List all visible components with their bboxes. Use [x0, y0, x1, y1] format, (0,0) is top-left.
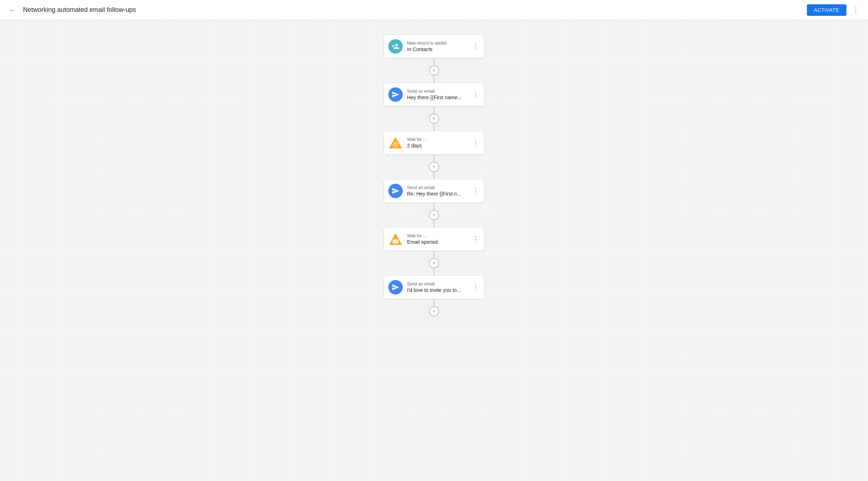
send-email-2-label: Send an email: [407, 185, 466, 190]
wait-email-node: Wait for ... Email opened ⋮: [384, 227, 484, 251]
send-email-1-label: Send an email: [407, 89, 466, 94]
connector-line-4b: [434, 220, 434, 227]
trigger-label: New record is added: [407, 41, 466, 46]
send-email-2-title: Re: Hey there {{First n...: [407, 191, 466, 197]
connector-2: +: [429, 106, 439, 131]
add-step-button-5[interactable]: +: [429, 258, 439, 268]
wait-email-icon: [388, 232, 403, 246]
connector-line-2: [434, 106, 434, 114]
wait-clock-icon: [388, 136, 403, 150]
page-title: Networking automated email follow-ups: [23, 6, 136, 14]
connector-line-4: [434, 203, 434, 210]
wait-days-title: 2 days: [407, 143, 466, 148]
wait-days-label: Wait for ...: [407, 137, 466, 142]
add-step-button-3[interactable]: +: [429, 162, 439, 172]
wait-email-more-button[interactable]: ⋮: [470, 234, 481, 244]
add-step-button-6[interactable]: +: [429, 306, 439, 316]
wait-email-title: Email opened: [407, 239, 466, 245]
person-add-icon: [388, 39, 403, 54]
send-email-1-text: Send an email Hey there {{First name...: [407, 89, 466, 100]
send-email-3-node: Send an email I'd love to invite you to.…: [384, 275, 484, 299]
send-email-2-more-button[interactable]: ⋮: [470, 186, 481, 196]
send-email-3-title: I'd love to invite you to...: [407, 287, 466, 293]
connector-line-5: [434, 251, 434, 258]
wait-email-text: Wait for ... Email opened: [407, 233, 466, 245]
send-email-2-node: Send an email Re: Hey there {{First n...…: [384, 179, 484, 203]
connector-line-1: [434, 58, 434, 65]
connector-line-6: [434, 299, 434, 306]
connector-4: +: [429, 203, 439, 227]
add-step-button-1[interactable]: +: [429, 65, 439, 75]
send-email-3-text: Send an email I'd love to invite you to.…: [407, 281, 466, 293]
connector-1: +: [429, 58, 439, 83]
header-more-button[interactable]: ⋮: [849, 3, 862, 17]
header-right: ACTIVATE ⋮: [807, 3, 862, 17]
back-button[interactable]: ←: [6, 4, 19, 17]
workflow-canvas: New record is added In Contacts ⋮ + Send…: [0, 20, 868, 481]
send-email-3-label: Send an email: [407, 281, 466, 287]
send-email-3-more-button[interactable]: ⋮: [470, 283, 481, 292]
wait-days-text: Wait for ... 2 days: [407, 137, 466, 148]
flow-container: New record is added In Contacts ⋮ + Send…: [0, 20, 868, 345]
wait-days-node: Wait for ... 2 days ⋮: [384, 131, 484, 155]
send-email-2-text: Send an email Re: Hey there {{First n...: [407, 185, 466, 197]
connector-line-2b: [434, 124, 434, 131]
app-header: ← Networking automated email follow-ups …: [0, 0, 868, 20]
wait-days-more-button[interactable]: ⋮: [470, 138, 481, 147]
send-email-1-title: Hey there {{First name...: [407, 95, 466, 100]
trigger-title: In Contacts: [407, 46, 466, 52]
send-email-icon-3: [388, 280, 403, 294]
trigger-node-text: New record is added In Contacts: [407, 41, 466, 52]
send-email-icon: [388, 87, 403, 102]
add-step-button-2[interactable]: +: [429, 114, 439, 124]
svg-rect-6: [393, 239, 398, 243]
connector-line-1b: [434, 75, 434, 83]
trigger-more-button[interactable]: ⋮: [470, 42, 481, 51]
connector-6: +: [429, 299, 439, 316]
send-email-1-node: Send an email Hey there {{First name... …: [384, 83, 484, 106]
header-left: ← Networking automated email follow-ups: [6, 4, 136, 17]
send-email-1-more-button[interactable]: ⋮: [470, 90, 481, 99]
trigger-node: New record is added In Contacts ⋮: [384, 35, 484, 58]
connector-line-3b: [434, 172, 434, 179]
send-email-icon-2: [388, 184, 403, 198]
add-step-button-4[interactable]: +: [429, 210, 439, 220]
wait-email-label: Wait for ...: [407, 233, 466, 238]
connector-line-3: [434, 155, 434, 162]
connector-3: +: [429, 155, 439, 179]
activate-button[interactable]: ACTIVATE: [807, 4, 846, 16]
connector-line-5b: [434, 268, 434, 275]
connector-5: +: [429, 251, 439, 275]
